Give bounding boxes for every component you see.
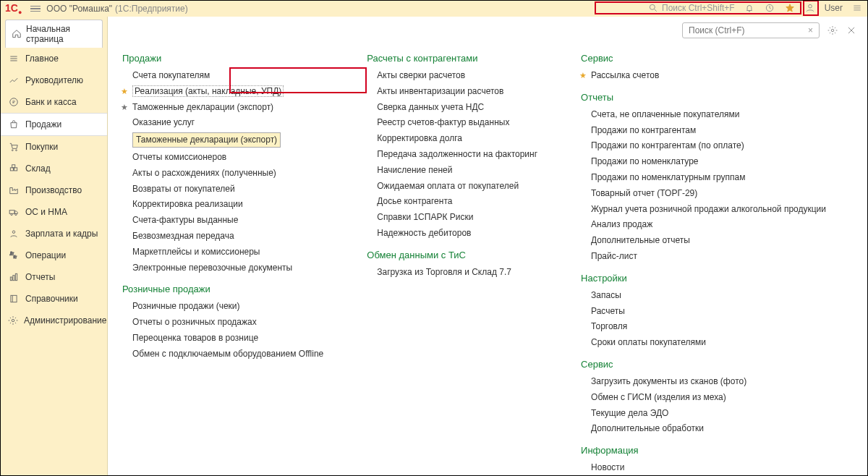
menu-icon[interactable]: [30, 4, 41, 14]
link-discrepancy-acts[interactable]: Акты о расхождениях (полученные): [132, 167, 323, 179]
link-expected-payment[interactable]: Ожидаемая оплата от покупателей: [377, 180, 537, 192]
section-retail-title: Розничные продажи: [122, 284, 323, 294]
bell-icon[interactable]: [744, 2, 755, 14]
link-payment-terms[interactable]: Сроки оплаты покупателями: [591, 336, 826, 349]
svg-text:₽: ₽: [12, 99, 15, 104]
sidebar-item-admin[interactable]: Администрирование: [1, 310, 107, 331]
user-name[interactable]: User: [825, 3, 843, 13]
link-sales-by-item[interactable]: Продажи по номенклатуре: [591, 156, 826, 168]
link-invoices-issued[interactable]: Счета-фактуры выданные: [132, 214, 323, 226]
link-dossier[interactable]: Досье контрагента: [377, 195, 537, 208]
sidebar-item-production[interactable]: Производство: [1, 179, 107, 201]
sidebar-item-assets[interactable]: ОС и НМА: [1, 201, 107, 223]
svg-marker-4: [786, 4, 793, 12]
sidebar-item-salary[interactable]: Зарплата и кадры: [1, 223, 107, 245]
link-edo[interactable]: Текущие дела ЭДО: [591, 407, 826, 420]
link-sales-by-partner-paid[interactable]: Продажи по контрагентам (по оплате): [591, 140, 826, 152]
link-customs-decl-fav[interactable]: ★Таможенные декларации (экспорт): [132, 101, 323, 114]
link-debtors[interactable]: Надежность дебиторов: [377, 227, 537, 239]
sidebar-item-sales[interactable]: Продажи: [1, 113, 107, 136]
link-load-tis[interactable]: Загрузка из Торговля и Склад 7.7: [377, 266, 537, 279]
link-shipping-docs[interactable]: Электронные перевозочные документы: [132, 262, 323, 274]
link-gism[interactable]: Обмен с ГИСМ (изделия из меха): [591, 391, 826, 404]
chart-icon: [8, 75, 20, 86]
link-vat-check[interactable]: Сверка данных учета НДС: [377, 101, 537, 114]
link-torg29[interactable]: Товарный отчет (ТОРГ-29): [591, 187, 826, 200]
link-news[interactable]: Новости: [591, 462, 826, 474]
section-service-top-title: Сервис: [581, 53, 826, 64]
section-search[interactable]: ×: [682, 22, 820, 38]
link-penalties[interactable]: Начисление пеней: [377, 164, 537, 177]
content-toolbar: ×: [682, 22, 857, 38]
svg-point-2: [749, 11, 749, 12]
section-service-title: Сервис: [581, 359, 826, 370]
link-inventory-acts[interactable]: Акты инвентаризации расчетов: [377, 85, 537, 98]
sidebar-item-main[interactable]: Главное: [1, 48, 107, 69]
link-send-invoices[interactable]: ★Рассылка счетов: [591, 69, 826, 82]
link-invoices-to-buyers[interactable]: Счета покупателям: [132, 69, 323, 82]
link-sales-analysis[interactable]: Анализ продаж: [591, 218, 826, 231]
link-reconciliation[interactable]: Акты сверки расчетов: [377, 69, 537, 82]
link-correction[interactable]: Корректировка реализации: [132, 198, 323, 211]
link-load-scans[interactable]: Загрузить документы из сканов (фото): [591, 375, 826, 388]
link-gratuitous[interactable]: Безвозмездная передача: [132, 230, 323, 242]
link-trade[interactable]: Торговля: [591, 320, 826, 333]
gear-icon: [8, 315, 18, 326]
start-page-tab[interactable]: Начальная страница: [5, 20, 103, 48]
svg-rect-25: [10, 277, 12, 281]
cart-icon: [8, 141, 20, 153]
link-alcohol-journal[interactable]: Журнал учета розничной продажи алкогольн…: [591, 203, 826, 216]
settings-icon[interactable]: [827, 25, 838, 36]
svg-point-31: [831, 29, 834, 32]
link-factoring[interactable]: Передача задолженности на факторинг: [377, 148, 537, 161]
sidebar-item-reports[interactable]: Отчеты: [1, 266, 107, 288]
svg-text:Кт: Кт: [13, 255, 17, 259]
link-debt-correction[interactable]: Корректировка долга: [377, 132, 537, 145]
column-2: Расчеты с контрагентами Акты сверки расч…: [367, 53, 537, 474]
link-retail-sales[interactable]: Розничные продажи (чеки): [132, 300, 323, 313]
sidebar-item-catalogs[interactable]: Справочники: [1, 288, 107, 310]
sidebar-item-warehouse[interactable]: Склад: [1, 158, 107, 179]
close-icon[interactable]: [846, 25, 857, 36]
link-returns[interactable]: Возвраты от покупателей: [132, 183, 323, 195]
link-settlements[interactable]: Расчеты: [591, 305, 826, 318]
content-area: × Продажи Счета покупателям ★Реализация …: [108, 17, 867, 475]
window-menu-icon[interactable]: [851, 2, 863, 14]
link-marketplaces[interactable]: Маркетплейсы и комиссионеры: [132, 246, 323, 258]
link-spark[interactable]: Справки 1СПАРК Риски: [377, 211, 537, 224]
link-price-list[interactable]: Прайс-лист: [591, 250, 826, 263]
link-extra-processing[interactable]: Дополнительные обработки: [591, 422, 826, 435]
link-commissioner-reports[interactable]: Отчеты комиссионеров: [132, 151, 323, 163]
svg-point-22: [12, 231, 15, 234]
link-services[interactable]: Оказание услуг: [132, 116, 323, 129]
column-1: Продажи Счета покупателям ★Реализация (а…: [122, 53, 323, 474]
titlebar: 1C● ООО "Ромашка" (1С:Предприятие) Поиск…: [1, 1, 867, 17]
link-retail-reports[interactable]: Отчеты о розничных продажах: [132, 316, 323, 328]
dtkt-icon: ДтКт: [8, 250, 20, 261]
book-icon: [8, 293, 20, 305]
user-icon[interactable]: [804, 2, 816, 14]
global-search[interactable]: Поиск Ctrl+Shift+F: [647, 2, 735, 14]
section-search-input[interactable]: [686, 24, 805, 37]
svg-point-0: [650, 4, 655, 9]
history-icon[interactable]: [764, 2, 775, 14]
sidebar-item-bank[interactable]: ₽ Банк и касса: [1, 91, 107, 113]
clear-search-icon[interactable]: ×: [805, 25, 816, 35]
link-realization[interactable]: ★Реализация (акты, накладные, УПД): [132, 85, 323, 98]
favorites-star-icon[interactable]: [784, 2, 796, 14]
person-icon: [8, 228, 20, 239]
link-sales-by-partner[interactable]: Продажи по контрагентам: [591, 124, 826, 137]
link-extra-reports[interactable]: Дополнительные отчеты: [591, 234, 826, 247]
link-unpaid[interactable]: Счета, не оплаченные покупателями: [591, 109, 826, 121]
link-offline-exchange[interactable]: Обмен с подключаемым оборудованием Offli…: [132, 348, 323, 360]
link-stock[interactable]: Запасы: [591, 289, 826, 302]
link-customs-decl-highlighted[interactable]: Таможенные декларации (экспорт): [132, 132, 281, 148]
sidebar-item-operations[interactable]: ДтКт Операции: [1, 245, 107, 266]
sidebar-item-purchases[interactable]: Покупки: [1, 136, 107, 158]
column-3: Сервис ★Рассылка счетов Отчеты Счета, не…: [581, 53, 826, 474]
svg-point-5: [808, 4, 812, 8]
link-sales-by-group[interactable]: Продажи по номенклатурным группам: [591, 171, 826, 184]
sidebar-item-manager[interactable]: Руководителю: [1, 69, 107, 91]
link-revaluation[interactable]: Переоценка товаров в рознице: [132, 332, 323, 344]
link-invoice-registry[interactable]: Реестр счетов-фактур выданных: [377, 116, 537, 129]
